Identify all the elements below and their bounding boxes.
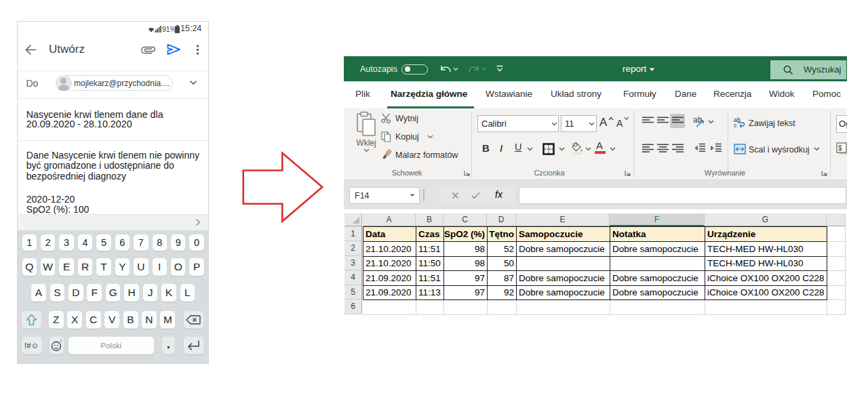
svg-text:c: c bbox=[734, 122, 737, 128]
svg-text:$: $ bbox=[838, 144, 842, 152]
